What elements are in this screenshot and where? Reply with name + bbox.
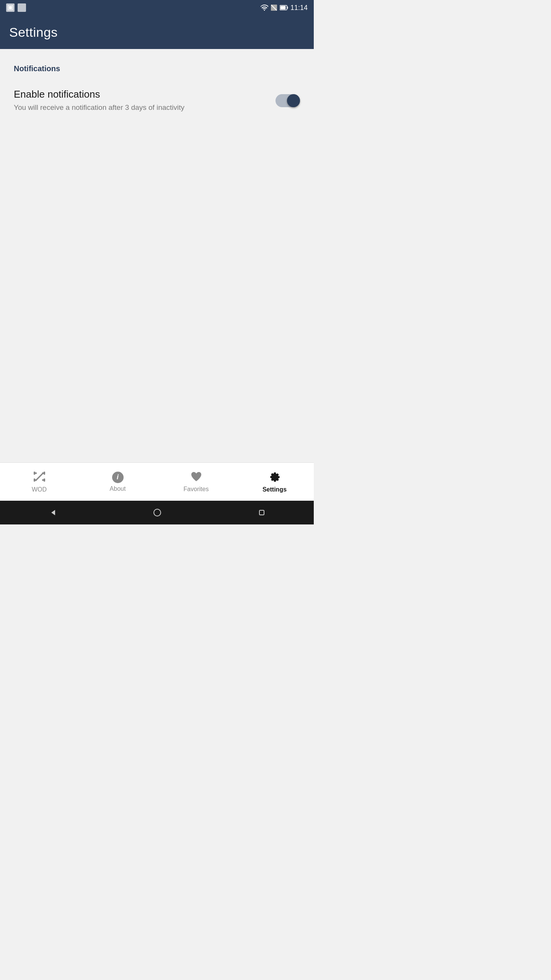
main-content: Notifications Enable notifications You w… xyxy=(0,49,314,132)
svg-rect-5 xyxy=(287,7,288,9)
svg-rect-1 xyxy=(9,6,12,9)
svg-rect-6 xyxy=(280,6,285,10)
setting-title: Enable notifications xyxy=(14,88,268,100)
nav-item-favorites[interactable]: Favorites xyxy=(157,463,235,501)
page-title: Settings xyxy=(9,25,58,40)
nav-item-about[interactable]: i About xyxy=(78,463,157,501)
recents-button[interactable] xyxy=(258,509,266,516)
bottom-nav: WOD i About Favorites Settings xyxy=(0,462,314,501)
enable-notifications-row: Enable notifications You will receive a … xyxy=(0,81,314,121)
android-nav-bar xyxy=(0,501,314,524)
info-icon: i xyxy=(112,472,124,483)
nav-item-settings[interactable]: Settings xyxy=(235,463,314,501)
gear-icon xyxy=(269,471,280,484)
nav-label-settings: Settings xyxy=(262,486,287,493)
svg-marker-17 xyxy=(51,510,55,515)
app-bar: Settings xyxy=(0,15,314,49)
svg-rect-10 xyxy=(34,479,35,482)
home-button[interactable] xyxy=(153,508,161,517)
notifications-toggle[interactable] xyxy=(276,94,300,107)
nav-item-wod[interactable]: WOD xyxy=(0,463,78,501)
nav-label-wod: WOD xyxy=(32,486,47,493)
svg-rect-19 xyxy=(259,510,264,515)
nav-label-about: About xyxy=(110,485,126,492)
nav-label-favorites: Favorites xyxy=(184,486,209,493)
back-button[interactable] xyxy=(48,508,57,517)
status-bar: 11:14 xyxy=(0,0,314,15)
wifi-icon xyxy=(261,5,268,11)
setting-text: Enable notifications You will receive a … xyxy=(14,88,268,113)
battery-icon xyxy=(280,5,288,10)
setting-description: You will receive a notification after 3 … xyxy=(14,103,197,113)
svg-rect-16 xyxy=(44,479,45,482)
notifications-toggle-wrapper[interactable] xyxy=(276,94,300,107)
heart-icon xyxy=(191,471,202,483)
status-time: 11:14 xyxy=(290,4,308,12)
signal-icon xyxy=(271,4,277,11)
notifications-section-header: Notifications xyxy=(0,60,314,81)
toggle-thumb xyxy=(287,94,300,107)
svg-rect-15 xyxy=(34,472,35,475)
wod-icon xyxy=(34,471,45,484)
svg-point-18 xyxy=(154,509,161,516)
